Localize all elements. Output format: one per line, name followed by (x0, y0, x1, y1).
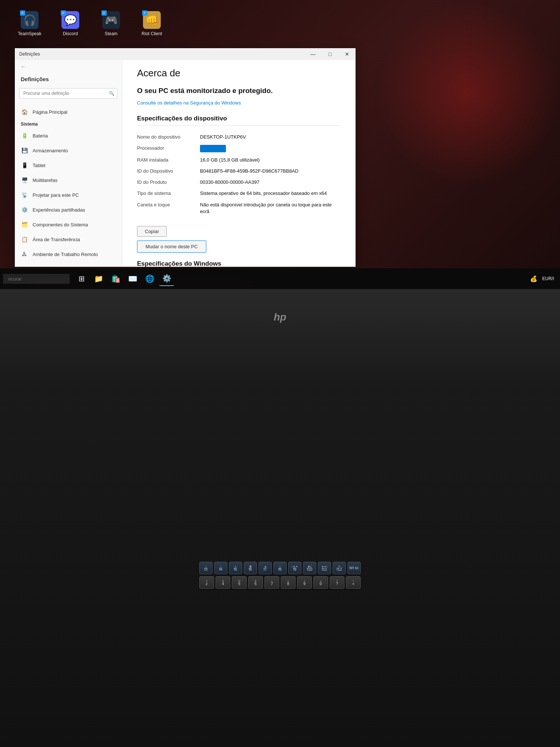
sidebar-item-bateria[interactable]: 🔋 Bateria (15, 128, 122, 143)
spec-value-product-id: 00330-80000-00000-AA397 (200, 179, 341, 186)
spec-row-system-type: Tipo de sistema Sistema operativo de 64 … (137, 188, 341, 199)
key-5[interactable]: % 5 (232, 576, 247, 589)
taskbar-icon-taskview[interactable]: ⊞ (74, 271, 89, 286)
key-hash[interactable]: # z (199, 576, 214, 589)
spec-row-device-name: Nome do dispositivo DESKTOP-1UTKP6V (137, 132, 341, 143)
spec-label-device-name: Nome do dispositivo (137, 134, 200, 140)
discord-icon: 💬 P (61, 11, 79, 29)
spec-row-device-id: ID do Dispositivo B0481BF5-4F88-459B-952… (137, 166, 341, 177)
spec-row-pen-touch: Caneta e toque Não está disponível intro… (137, 199, 341, 217)
desktop-icon-steam[interactable]: 🎮 P Steam (96, 11, 126, 36)
security-banner: O seu PC está monitorizado e protegido. … (137, 86, 341, 106)
laptop-body: hp * f3 □ f4 ≡ f5 🔇 f6 ◄ f7 (0, 289, 560, 747)
key-4[interactable]: $ 4 (216, 576, 230, 589)
steam-icon: 🎮 P (102, 11, 120, 29)
sidebar-item-clipboard[interactable]: 📋 Área de Transferência (15, 232, 122, 247)
taskbar-icon-store[interactable]: 🛍️ (108, 271, 123, 286)
key-f8[interactable]: + f8 (273, 562, 287, 574)
key-9[interactable]: ) 9 (297, 576, 312, 589)
spec-row-product-id: ID do Produto 00330-80000-00000-AA397 (137, 177, 341, 188)
riot-icon: 👊 P (143, 11, 161, 29)
riot-badge: P (142, 10, 147, 16)
keyboard-row-numbers: # z $ 4 % 5 & 6 / 7 ( 8 (11, 576, 549, 589)
taskbar-icon-settings[interactable]: ⚙️ (159, 271, 174, 286)
sidebar-search-container: 🔍 (19, 88, 117, 99)
tablet-label: Tablet (33, 163, 46, 168)
rename-button[interactable]: Mudar o nome deste PC (137, 240, 206, 253)
spec-table: Nome do dispositivo DESKTOP-1UTKP6V Proc… (137, 132, 341, 217)
titlebar: Definições — □ ✕ (15, 48, 356, 60)
taskbar-icon-explorer[interactable]: 📁 (91, 271, 106, 286)
sidebar-item-armazenamento[interactable]: 💾 Armazenamento (15, 143, 122, 158)
desktop-icon-discord[interactable]: 💬 P Discord (56, 11, 85, 36)
armazenamento-label: Armazenamento (33, 148, 68, 153)
spec-value-system-type: Sistema operativo de 64 bits, processado… (200, 190, 341, 197)
button-row: Copiar Mudar o nome deste PC (137, 226, 341, 253)
sidebar-item-home[interactable]: 🏠 Página Principal (15, 104, 122, 119)
settings-window: Definições — □ ✕ ← Definições 🔍 🏠 Página… (15, 48, 356, 267)
copy-button[interactable]: Copiar (137, 226, 167, 237)
spec-value-device-name: DESKTOP-1UTKP6V (200, 134, 341, 140)
security-link[interactable]: Consulte os detalhes na Segurança do Win… (137, 100, 241, 106)
key-question[interactable]: ? ? (330, 576, 344, 589)
close-button[interactable]: ✕ (339, 48, 356, 60)
sidebar-item-multitarefas[interactable]: 🖥️ Multitarefas (15, 173, 122, 187)
components-icon: 🗂️ (21, 221, 28, 228)
shared-icon: ⚙️ (21, 206, 28, 213)
key-6[interactable]: & 6 (248, 576, 263, 589)
spec-label-processor: Processador (137, 145, 200, 152)
tray-currency-label: EUR/I (542, 276, 554, 281)
maximize-button[interactable]: □ (321, 48, 339, 60)
project-icon: 📡 (21, 191, 28, 199)
key-f10[interactable]: ▶|| f10 (303, 562, 316, 574)
remote-icon: 🖧 (21, 250, 28, 258)
tray-currency-icon[interactable]: 💰 (528, 273, 539, 284)
spec-label-product-id: ID do Produto (137, 179, 200, 186)
windows-specs-section-title: Especificações do Windows (137, 260, 341, 267)
sidebar-item-projetar[interactable]: 📡 Projetar para este PC (15, 187, 122, 202)
device-specs-title: Especificações do dispositivo (137, 115, 341, 126)
sidebar-home-label: Página Principal (33, 109, 67, 115)
key-brtsc[interactable]: brt sc (347, 562, 361, 574)
key-f4[interactable]: □ f4 (214, 562, 227, 574)
minimize-button[interactable]: — (304, 48, 321, 60)
taskbar-right: 💰 EUR/I (528, 273, 554, 284)
taskbar-icon-chrome[interactable]: 🌐 (142, 271, 157, 286)
key-0[interactable]: = 0 (313, 576, 328, 589)
storage-icon: 💾 (21, 147, 28, 154)
desktop-icon-teamspeak[interactable]: 🎧 P TeamSpeak (15, 11, 44, 36)
key-7[interactable]: / 7 (264, 576, 279, 589)
key-f5[interactable]: ≡ f5 (229, 562, 242, 574)
steam-badge: P (101, 10, 107, 16)
taskbar-search-input[interactable] (3, 274, 70, 284)
hp-logo: hp (274, 311, 286, 323)
keyboard-area: * f3 □ f4 ≡ f5 🔇 f6 ◄ f7 + f8 (11, 562, 549, 673)
sidebar-item-remote[interactable]: 🖧 Ambiente de Trabalho Remoto (15, 247, 122, 262)
sidebar-item-componentes[interactable]: 🗂️ Componentes do Sistema (15, 217, 122, 232)
search-input[interactable] (19, 88, 117, 99)
sidebar-back-button[interactable]: ← (15, 60, 122, 73)
steam-label: Steam (105, 31, 118, 36)
taskbar: ⊞ 📁 🛍️ ✉️ 🌐 ⚙️ 💰 EUR/I (0, 268, 560, 289)
key-guillemet[interactable]: » « (346, 576, 361, 589)
key-f7[interactable]: ◄ f7 (259, 562, 272, 574)
key-f12[interactable]: ✈ f12 (333, 562, 346, 574)
desktop: 🎧 P TeamSpeak 💬 P Discord 🎮 P Steam 👊 P (0, 0, 560, 289)
desktop-icon-riot[interactable]: 👊 P Riot Client (137, 11, 167, 36)
search-icon: 🔍 (109, 91, 114, 96)
settings-sidebar: ← Definições 🔍 🏠 Página Principal Sistem… (15, 48, 122, 267)
main-content: Acerca de O seu PC está monitorizado e p… (122, 48, 356, 267)
spec-value-pen-touch: Não está disponível introdução por canet… (200, 202, 341, 215)
spec-label-pen-touch: Caneta e toque (137, 202, 200, 215)
teamspeak-icon: 🎧 P (21, 11, 39, 29)
sidebar-item-experiencias[interactable]: ⚙️ Experiências partilhadas (15, 202, 122, 217)
sidebar-item-tablet[interactable]: 📱 Tablet (15, 158, 122, 173)
key-f6[interactable]: 🔇 f6 (244, 562, 257, 574)
projetar-label: Projetar para este PC (33, 192, 79, 198)
key-f11[interactable]: ►►| f11 (318, 562, 331, 574)
key-f9[interactable]: |◄◄ f9 (288, 562, 301, 574)
taskbar-icon-mail[interactable]: ✉️ (125, 271, 140, 286)
key-8[interactable]: ( 8 (281, 576, 296, 589)
key-f3[interactable]: * f3 (199, 562, 213, 574)
riot-label: Riot Client (141, 31, 162, 36)
